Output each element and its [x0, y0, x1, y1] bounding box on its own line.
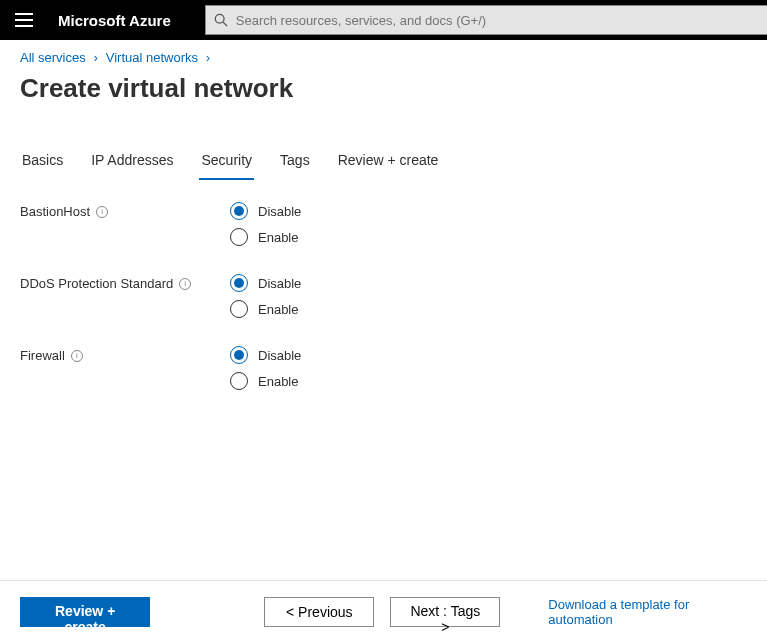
radio-firewall-enable[interactable]: Enable — [230, 372, 301, 390]
row-bastionhost: BastionHost i Disable Enable — [20, 202, 747, 246]
label-ddos: DDoS Protection Standard i — [20, 274, 230, 291]
tab-ip-addresses[interactable]: IP Addresses — [89, 146, 175, 180]
radio-icon — [230, 274, 248, 292]
radio-label: Disable — [258, 204, 301, 219]
tabs: Basics IP Addresses Security Tags Review… — [0, 146, 767, 180]
row-ddos: DDoS Protection Standard i Disable Enabl… — [20, 274, 747, 318]
brand-label: Microsoft Azure — [58, 12, 195, 29]
info-icon[interactable]: i — [179, 278, 191, 290]
info-icon[interactable]: i — [96, 206, 108, 218]
global-search[interactable] — [205, 5, 767, 35]
breadcrumb-link-virtual-networks[interactable]: Virtual networks — [106, 50, 198, 65]
label-firewall: Firewall i — [20, 346, 230, 363]
breadcrumb: All services › Virtual networks › — [0, 40, 767, 69]
topbar: Microsoft Azure — [0, 0, 767, 40]
label-text: DDoS Protection Standard — [20, 276, 173, 291]
radio-icon — [230, 202, 248, 220]
row-firewall: Firewall i Disable Enable — [20, 346, 747, 390]
svg-point-3 — [215, 14, 224, 23]
radio-bastionhost-enable[interactable]: Enable — [230, 228, 301, 246]
footer: Review + create < Previous Next : Tags >… — [0, 580, 767, 643]
svg-rect-1 — [15, 19, 33, 21]
svg-line-4 — [223, 22, 227, 26]
radio-label: Enable — [258, 302, 298, 317]
search-icon — [214, 13, 228, 27]
radio-label: Disable — [258, 276, 301, 291]
search-input[interactable] — [236, 13, 759, 28]
tab-review-create[interactable]: Review + create — [336, 146, 441, 180]
menu-button[interactable] — [0, 0, 48, 40]
download-template-link[interactable]: Download a template for automation — [548, 597, 747, 627]
tab-tags[interactable]: Tags — [278, 146, 312, 180]
tab-security[interactable]: Security — [199, 146, 254, 180]
info-icon[interactable]: i — [71, 350, 83, 362]
next-button[interactable]: Next : Tags > — [390, 597, 500, 627]
svg-rect-0 — [15, 13, 33, 15]
chevron-right-icon: › — [206, 51, 210, 65]
label-text: Firewall — [20, 348, 65, 363]
radiogroup-ddos: Disable Enable — [230, 274, 301, 318]
tab-basics[interactable]: Basics — [20, 146, 65, 180]
radio-bastionhost-disable[interactable]: Disable — [230, 202, 301, 220]
page-title: Create virtual network — [0, 69, 767, 128]
hamburger-icon — [15, 13, 33, 27]
radio-label: Disable — [258, 348, 301, 363]
radio-ddos-disable[interactable]: Disable — [230, 274, 301, 292]
radio-label: Enable — [258, 374, 298, 389]
radio-ddos-enable[interactable]: Enable — [230, 300, 301, 318]
breadcrumb-link-all-services[interactable]: All services — [20, 50, 86, 65]
footer-nav: < Previous Next : Tags > — [264, 597, 500, 627]
radio-icon — [230, 346, 248, 364]
label-bastionhost: BastionHost i — [20, 202, 230, 219]
radio-label: Enable — [258, 230, 298, 245]
svg-rect-2 — [15, 25, 33, 27]
radio-icon — [230, 300, 248, 318]
previous-button[interactable]: < Previous — [264, 597, 374, 627]
radiogroup-firewall: Disable Enable — [230, 346, 301, 390]
radio-firewall-disable[interactable]: Disable — [230, 346, 301, 364]
radiogroup-bastionhost: Disable Enable — [230, 202, 301, 246]
label-text: BastionHost — [20, 204, 90, 219]
chevron-right-icon: › — [94, 51, 98, 65]
form-security: BastionHost i Disable Enable DDoS Protec… — [0, 184, 767, 436]
radio-icon — [230, 228, 248, 246]
review-create-button[interactable]: Review + create — [20, 597, 150, 627]
radio-icon — [230, 372, 248, 390]
